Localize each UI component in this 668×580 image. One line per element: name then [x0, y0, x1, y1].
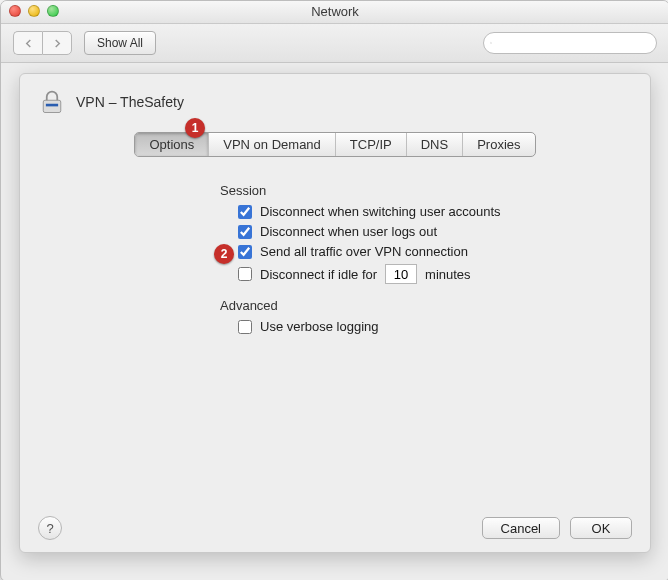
- settings-sheet: VPN – TheSafety 1 Options VPN on Demand …: [19, 73, 651, 553]
- annotation-marker-2: 2: [214, 244, 234, 264]
- toolbar: Show All: [1, 24, 668, 63]
- advanced-heading: Advanced: [220, 298, 620, 313]
- back-button[interactable]: [13, 31, 42, 55]
- svg-point-0: [490, 42, 491, 43]
- input-idle-minutes[interactable]: [385, 264, 417, 284]
- checkbox-disconnect-switch-users[interactable]: [238, 205, 252, 219]
- search-icon: [490, 37, 492, 49]
- tab-dns[interactable]: DNS: [407, 133, 463, 156]
- sheet-header: VPN – TheSafety: [20, 74, 650, 126]
- tab-tcpip[interactable]: TCP/IP: [336, 133, 407, 156]
- checkbox-disconnect-idle[interactable]: [238, 267, 252, 281]
- checkbox-send-all-traffic[interactable]: [238, 245, 252, 259]
- options-pane: Session Disconnect when switching user a…: [20, 157, 650, 349]
- ok-button[interactable]: OK: [570, 517, 632, 539]
- row-disconnect-logout[interactable]: Disconnect when user logs out: [238, 224, 620, 239]
- row-disconnect-switch-users[interactable]: Disconnect when switching user accounts: [238, 204, 620, 219]
- minimize-icon[interactable]: [28, 5, 40, 17]
- checkbox-disconnect-logout[interactable]: [238, 225, 252, 239]
- panel-area: VPN – TheSafety 1 Options VPN on Demand …: [1, 63, 668, 580]
- network-window: Network Show All: [0, 0, 668, 580]
- help-button[interactable]: ?: [38, 516, 62, 540]
- search-input[interactable]: [496, 35, 650, 51]
- vpn-lock-icon: [38, 88, 66, 116]
- label-disconnect-switch-users: Disconnect when switching user accounts: [260, 204, 501, 219]
- label-disconnect-idle-suffix: minutes: [425, 267, 471, 282]
- row-disconnect-idle: Disconnect if idle for minutes: [238, 264, 620, 284]
- tab-bar: 1 Options VPN on Demand TCP/IP DNS Proxi…: [20, 132, 650, 157]
- window-title: Network: [311, 4, 359, 19]
- svg-rect-3: [46, 104, 58, 107]
- label-disconnect-idle-prefix: Disconnect if idle for: [260, 267, 377, 282]
- nav-back-forward: [13, 31, 72, 55]
- chevron-right-icon: [53, 39, 62, 48]
- label-disconnect-logout: Disconnect when user logs out: [260, 224, 437, 239]
- close-icon[interactable]: [9, 5, 21, 17]
- row-send-all-traffic[interactable]: 2 Send all traffic over VPN connection: [238, 244, 620, 259]
- tab-vpn-on-demand[interactable]: VPN on Demand: [209, 133, 336, 156]
- search-field[interactable]: [483, 32, 657, 54]
- sheet-footer: ? Cancel OK: [38, 516, 632, 540]
- tab-proxies[interactable]: Proxies: [463, 133, 534, 156]
- cancel-button[interactable]: Cancel: [482, 517, 560, 539]
- annotation-marker-1: 1: [185, 118, 205, 138]
- zoom-icon[interactable]: [47, 5, 59, 17]
- checkbox-verbose-logging[interactable]: [238, 320, 252, 334]
- traffic-lights: [9, 5, 59, 17]
- chevron-left-icon: [24, 39, 33, 48]
- forward-button[interactable]: [42, 31, 72, 55]
- sheet-title: VPN – TheSafety: [76, 94, 184, 110]
- svg-line-1: [491, 43, 492, 44]
- show-all-button[interactable]: Show All: [84, 31, 156, 55]
- show-all-label: Show All: [97, 36, 143, 50]
- label-send-all-traffic: Send all traffic over VPN connection: [260, 244, 468, 259]
- session-heading: Session: [220, 183, 620, 198]
- help-icon: ?: [46, 521, 53, 536]
- row-verbose-logging[interactable]: Use verbose logging: [238, 319, 620, 334]
- label-verbose-logging: Use verbose logging: [260, 319, 379, 334]
- titlebar: Network: [1, 1, 668, 24]
